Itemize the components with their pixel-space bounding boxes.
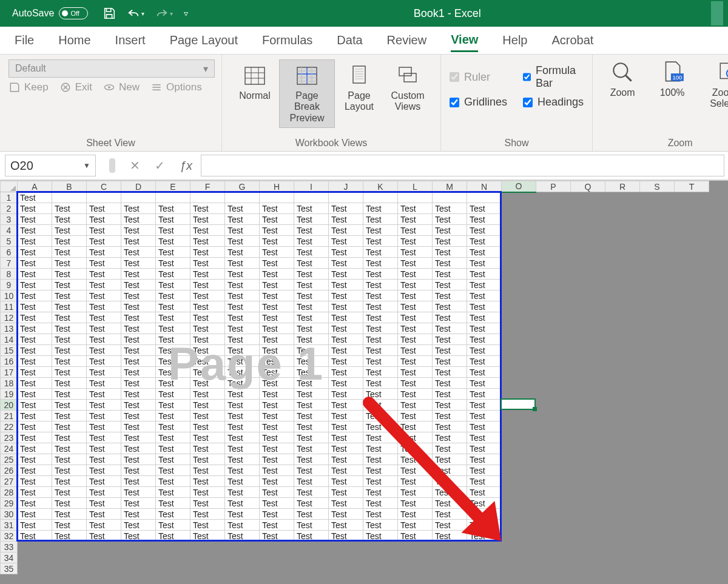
cell[interactable]: Test <box>329 509 363 520</box>
cell[interactable]: Test <box>225 280 260 290</box>
cell[interactable]: Test <box>18 476 52 487</box>
cell[interactable]: Test <box>433 400 467 411</box>
cell[interactable]: Test <box>52 312 87 323</box>
cell[interactable]: Test <box>52 258 87 269</box>
cell[interactable]: Test <box>294 312 329 323</box>
tab-review[interactable]: Review <box>387 30 427 51</box>
cell[interactable] <box>363 192 398 203</box>
cell[interactable] <box>605 280 640 290</box>
cell[interactable]: Test <box>121 411 156 421</box>
cell[interactable]: Test <box>398 498 433 509</box>
cell[interactable] <box>675 247 709 258</box>
cell[interactable] <box>536 411 571 421</box>
cell[interactable]: Test <box>260 432 294 443</box>
row-header[interactable]: 34 <box>1 552 18 563</box>
cell[interactable]: Test <box>363 389 398 400</box>
cell[interactable] <box>87 542 121 552</box>
cell[interactable] <box>675 432 709 443</box>
cell[interactable] <box>605 334 640 345</box>
cell[interactable] <box>675 443 709 454</box>
cell[interactable]: Test <box>467 225 502 236</box>
cell[interactable] <box>571 498 605 509</box>
cell[interactable] <box>605 345 640 356</box>
cell[interactable]: Test <box>52 269 87 280</box>
cell[interactable]: Test <box>329 290 363 301</box>
row-header[interactable]: 33 <box>1 542 18 552</box>
cell[interactable] <box>571 509 605 520</box>
column-header[interactable]: L <box>398 181 433 192</box>
cell[interactable]: Test <box>260 389 294 400</box>
cell[interactable]: Test <box>225 520 260 531</box>
cell[interactable] <box>640 465 675 476</box>
cell[interactable]: Test <box>329 214 363 225</box>
cell[interactable]: Test <box>329 465 363 476</box>
row-header[interactable]: 21 <box>1 411 18 421</box>
cell[interactable]: Test <box>190 509 225 520</box>
cell[interactable]: Test <box>87 312 121 323</box>
tab-page-layout[interactable]: Page Layout <box>170 30 238 51</box>
cell[interactable] <box>675 312 709 323</box>
cell[interactable] <box>640 247 675 258</box>
cell[interactable]: Test <box>363 323 398 334</box>
normal-view-button[interactable]: Normal <box>231 59 279 128</box>
cell[interactable] <box>640 411 675 421</box>
cell[interactable]: Test <box>121 356 156 367</box>
cell[interactable]: Test <box>433 421 467 432</box>
row-header[interactable]: 26 <box>1 465 18 476</box>
cell[interactable] <box>571 476 605 487</box>
cell[interactable] <box>605 192 640 203</box>
cell[interactable] <box>225 192 260 203</box>
cell[interactable]: Test <box>190 432 225 443</box>
cell[interactable]: Test <box>121 290 156 301</box>
cell[interactable] <box>675 520 709 531</box>
cell[interactable]: Test <box>467 290 502 301</box>
cell[interactable] <box>675 476 709 487</box>
cell[interactable]: Test <box>52 432 87 443</box>
cell[interactable]: Test <box>87 509 121 520</box>
cell[interactable] <box>502 487 536 498</box>
cell[interactable]: Test <box>329 356 363 367</box>
cell[interactable]: Test <box>398 312 433 323</box>
cell[interactable]: Test <box>156 258 190 269</box>
cell[interactable]: Test <box>190 290 225 301</box>
cell[interactable] <box>536 225 571 236</box>
cell[interactable] <box>605 432 640 443</box>
cell[interactable] <box>467 542 502 552</box>
cell[interactable]: Test <box>363 269 398 280</box>
page-layout-button[interactable]: Page Layout <box>335 59 383 128</box>
headings-input[interactable] <box>523 98 533 107</box>
cell[interactable] <box>605 301 640 312</box>
column-header[interactable]: Q <box>571 181 605 192</box>
cell[interactable] <box>536 203 571 214</box>
cell[interactable]: Test <box>398 225 433 236</box>
cell[interactable]: Test <box>398 421 433 432</box>
sheet-view-select[interactable]: Default ▾ <box>8 59 215 78</box>
cell[interactable]: Test <box>87 432 121 443</box>
cell[interactable]: Test <box>363 334 398 345</box>
cell[interactable]: Test <box>52 378 87 389</box>
cell[interactable] <box>640 498 675 509</box>
cell[interactable]: Test <box>156 378 190 389</box>
cell[interactable]: Test <box>225 498 260 509</box>
cell[interactable]: Test <box>329 236 363 247</box>
cell[interactable]: Test <box>294 225 329 236</box>
cell[interactable]: Test <box>433 487 467 498</box>
cell[interactable]: Test <box>329 269 363 280</box>
cell[interactable] <box>536 378 571 389</box>
cell[interactable]: Test <box>260 487 294 498</box>
cell[interactable]: Test <box>294 247 329 258</box>
cell[interactable]: Test <box>190 520 225 531</box>
cell[interactable]: Test <box>467 443 502 454</box>
cell[interactable]: Test <box>52 301 87 312</box>
cell[interactable]: Test <box>156 203 190 214</box>
cell[interactable]: Test <box>329 487 363 498</box>
cell[interactable]: Test <box>87 520 121 531</box>
cell[interactable]: Test <box>260 378 294 389</box>
cell[interactable]: Test <box>363 225 398 236</box>
cell[interactable]: Test <box>363 498 398 509</box>
cell[interactable] <box>640 345 675 356</box>
cell[interactable]: Test <box>190 487 225 498</box>
cell[interactable] <box>571 356 605 367</box>
cell[interactable]: Test <box>156 323 190 334</box>
cell[interactable] <box>571 312 605 323</box>
